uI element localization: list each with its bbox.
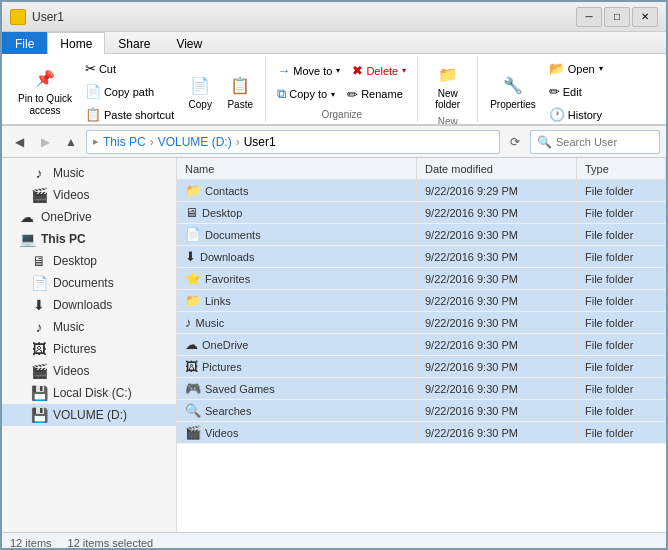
- table-row[interactable]: ♪Music 9/22/2016 9:30 PM File folder: [177, 312, 666, 334]
- rename-button[interactable]: ✏ Rename: [342, 83, 408, 105]
- breadcrumb-volume-d[interactable]: VOLUME (D:): [158, 135, 232, 149]
- videos2-icon: 🎬: [30, 363, 48, 379]
- new-buttons: 📁 Newfolder: [429, 58, 467, 114]
- col-header-date[interactable]: Date modified: [417, 158, 577, 179]
- cut-button[interactable]: ✂ Cut: [80, 58, 179, 79]
- properties-icon: 🔧: [501, 73, 525, 97]
- pictures-file-icon: 🖼: [185, 359, 198, 374]
- clipboard-buttons: 📌 Pin to Quickaccess ✂ Cut 📄 Copy path 📋…: [12, 58, 259, 125]
- sidebar-item-documents[interactable]: 📄 Documents: [2, 272, 176, 294]
- up-button[interactable]: ▲: [60, 131, 82, 153]
- music-file-icon: ♪: [185, 315, 192, 330]
- breadcrumb-this-pc[interactable]: This PC: [103, 135, 146, 149]
- title-bar: User1 ─ □ ✕: [2, 2, 666, 32]
- documents-icon: 📄: [30, 275, 48, 291]
- documents-file-icon: 📄: [185, 227, 201, 242]
- edit-icon: ✏: [549, 84, 560, 99]
- sidebar: ♪ Music 🎬 Videos ☁ OneDrive 💻 This PC 🖥 …: [2, 158, 177, 532]
- this-pc-icon: 💻: [18, 231, 36, 247]
- copy-to-button[interactable]: ⧉ Copy to ▾: [272, 83, 340, 105]
- copy-path-icon: 📄: [85, 84, 101, 99]
- delete-icon: ✖: [352, 63, 363, 78]
- search-box: 🔍: [530, 130, 660, 154]
- sidebar-item-onedrive[interactable]: ☁ OneDrive: [2, 206, 176, 228]
- folder-icon: [10, 9, 26, 25]
- videos-icon: 🎬: [30, 187, 48, 203]
- ribbon-group-organize: → Move to ▾ ✖ Delete ▾ ⧉ Copy to ▾: [266, 56, 418, 122]
- title-bar-controls: ─ □ ✕: [576, 7, 658, 27]
- tab-file[interactable]: File: [2, 32, 47, 54]
- table-row[interactable]: 🔍Searches 9/22/2016 9:30 PM File folder: [177, 400, 666, 422]
- col-header-name[interactable]: Name: [177, 158, 417, 179]
- table-row[interactable]: ☁OneDrive 9/22/2016 9:30 PM File folder: [177, 334, 666, 356]
- open-dropdown: ▾: [599, 64, 603, 73]
- sidebar-item-music2[interactable]: ♪ Music: [2, 316, 176, 338]
- tab-view[interactable]: View: [163, 32, 215, 54]
- table-row[interactable]: ⭐Favorites 9/22/2016 9:30 PM File folder: [177, 268, 666, 290]
- downloads-icon: ⬇: [30, 297, 48, 313]
- copy-to-icon: ⧉: [277, 86, 286, 102]
- rename-icon: ✏: [347, 87, 358, 102]
- history-button[interactable]: 🕐 History: [544, 104, 608, 125]
- sidebar-item-this-pc[interactable]: 💻 This PC: [2, 228, 176, 250]
- organize-col: → Move to ▾ ✖ Delete ▾ ⧉ Copy to ▾: [272, 60, 411, 105]
- table-row[interactable]: 📁Links 9/22/2016 9:30 PM File folder: [177, 290, 666, 312]
- file-list-area: Name Date modified Type 📁Contacts 9/22/2…: [177, 158, 666, 532]
- table-row[interactable]: 🎮Saved Games 9/22/2016 9:30 PM File fold…: [177, 378, 666, 400]
- open-button[interactable]: 📂 Open ▾: [544, 58, 608, 79]
- copy-icon: 📄: [188, 73, 212, 97]
- ribbon-group-clipboard: 📌 Pin to Quickaccess ✂ Cut 📄 Copy path 📋…: [6, 56, 266, 122]
- back-button[interactable]: ◀: [8, 131, 30, 153]
- refresh-button[interactable]: ⟳: [504, 131, 526, 153]
- sidebar-item-videos[interactable]: 🎬 Videos: [2, 184, 176, 206]
- minimize-button[interactable]: ─: [576, 7, 602, 27]
- delete-button[interactable]: ✖ Delete ▾: [347, 60, 411, 81]
- copy-button[interactable]: 📄 Copy: [181, 69, 219, 114]
- table-row[interactable]: 📁Contacts 9/22/2016 9:29 PM File folder: [177, 180, 666, 202]
- links-icon: 📁: [185, 293, 201, 308]
- table-row[interactable]: 🖼Pictures 9/22/2016 9:30 PM File folder: [177, 356, 666, 378]
- forward-button[interactable]: ▶: [34, 131, 56, 153]
- table-row[interactable]: 🖥Desktop 9/22/2016 9:30 PM File folder: [177, 202, 666, 224]
- breadcrumb-user1: User1: [244, 135, 276, 149]
- copy-path-button[interactable]: 📄 Copy path: [80, 81, 179, 102]
- desktop-file-icon: 🖥: [185, 205, 198, 220]
- pin-quick-access-button[interactable]: 📌 Pin to Quickaccess: [12, 63, 78, 121]
- main-area: ♪ Music 🎬 Videos ☁ OneDrive 💻 This PC 🖥 …: [2, 158, 666, 532]
- edit-button[interactable]: ✏ Edit: [544, 81, 608, 102]
- videos-file-icon: 🎬: [185, 425, 201, 440]
- sidebar-item-desktop[interactable]: 🖥 Desktop: [2, 250, 176, 272]
- close-button[interactable]: ✕: [632, 7, 658, 27]
- properties-button[interactable]: 🔧 Properties: [484, 69, 542, 114]
- open-small-group: 📂 Open ▾ ✏ Edit 🕐 History: [544, 58, 608, 125]
- new-label: New: [438, 114, 458, 126]
- move-to-icon: →: [277, 63, 290, 78]
- new-folder-button[interactable]: 📁 Newfolder: [429, 58, 467, 114]
- sidebar-item-downloads[interactable]: ⬇ Downloads: [2, 294, 176, 316]
- history-icon: 🕐: [549, 107, 565, 122]
- tab-home[interactable]: Home: [47, 32, 105, 54]
- sidebar-item-pictures[interactable]: 🖼 Pictures: [2, 338, 176, 360]
- ribbon-group-open: 🔧 Properties 📂 Open ▾ ✏ Edit 🕐 History: [478, 56, 614, 122]
- open-icon: 📂: [549, 61, 565, 76]
- sidebar-item-volume-d[interactable]: 💾 VOLUME (D:): [2, 404, 176, 426]
- music-icon: ♪: [30, 165, 48, 181]
- table-row[interactable]: ⬇Downloads 9/22/2016 9:30 PM File folder: [177, 246, 666, 268]
- maximize-button[interactable]: □: [604, 7, 630, 27]
- sidebar-item-local-disk[interactable]: 💾 Local Disk (C:): [2, 382, 176, 404]
- address-bar: ◀ ▶ ▲ ▸ This PC › VOLUME (D:) › User1 ⟳ …: [2, 126, 666, 158]
- move-to-button[interactable]: → Move to ▾: [272, 60, 345, 81]
- status-bar: 12 items 12 items selected: [2, 532, 666, 550]
- col-header-type[interactable]: Type: [577, 158, 666, 179]
- sidebar-item-music[interactable]: ♪ Music: [2, 162, 176, 184]
- organize-row1: → Move to ▾ ✖ Delete ▾: [272, 60, 411, 81]
- pictures-icon: 🖼: [30, 341, 48, 357]
- open-buttons: 🔧 Properties 📂 Open ▾ ✏ Edit 🕐 History: [484, 58, 608, 125]
- table-row[interactable]: 🎬Videos 9/22/2016 9:30 PM File folder: [177, 422, 666, 444]
- paste-shortcut-button[interactable]: 📋 Paste shortcut: [80, 104, 179, 125]
- sidebar-item-videos2[interactable]: 🎬 Videos: [2, 360, 176, 382]
- paste-button[interactable]: 📋 Paste: [221, 69, 259, 114]
- tab-share[interactable]: Share: [105, 32, 163, 54]
- table-row[interactable]: 📄Documents 9/22/2016 9:30 PM File folder: [177, 224, 666, 246]
- search-input[interactable]: [556, 136, 653, 148]
